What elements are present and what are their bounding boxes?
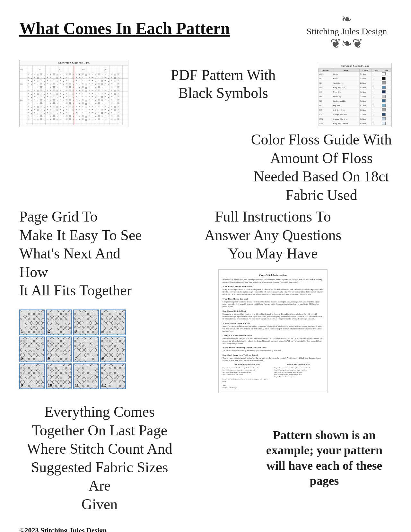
floss-number: 3750 xyxy=(319,112,332,117)
floss-row: 336 Navy Blue 3.2 Yds 1 xyxy=(319,90,391,94)
thumbnail-10: 10 xyxy=(46,363,72,389)
floss-length: 2.7 Yds xyxy=(359,112,372,117)
floss-length: 5.1 Yds xyxy=(359,72,372,76)
floss-skns: 1 xyxy=(372,76,381,81)
floss-color-cell xyxy=(381,90,391,94)
thumbnail-12: 12 xyxy=(100,363,126,389)
full-step-1: Step 1: Let your needle fall through the… xyxy=(274,367,323,369)
floss-guide-preview: Snowman Stained Glass Number Name Length… xyxy=(318,63,392,127)
floss-number: 310 xyxy=(319,76,332,81)
half-step-1: Step 1: Let your needle fall through the… xyxy=(223,367,272,369)
floss-length: 4.4 Yds xyxy=(359,121,372,126)
cross-stitch-svg: 50 60 70 80 90 10 20 xyxy=(20,65,128,125)
thumbnail-5: 5 xyxy=(19,336,45,362)
floss-name: Antique Blue V Lt xyxy=(332,117,359,121)
thumb-number-3: 3 xyxy=(75,329,77,334)
thumb-number-4: 4 xyxy=(102,329,104,334)
logo-ornament-top: ❧ xyxy=(302,13,392,26)
floss-number: 334 xyxy=(319,85,332,90)
floss-row: 318 Steel Gray Lt 2.3 Yds 1 xyxy=(319,81,391,85)
inst-para-7: There are many fantastic tutorials on Yo… xyxy=(223,357,323,362)
thumbnail-6: 6 xyxy=(46,336,72,362)
section-floss: Color Floss Guide With Amount Of Floss N… xyxy=(19,130,392,204)
cross-stitch-preview: Snowman Stained Glass xyxy=(19,60,128,127)
floss-skns: 1 xyxy=(372,85,381,90)
floss-row: 535 Ash Gray V Lt 1.9 Yds 1 xyxy=(319,108,391,112)
half-stitch-col: How To Do A ¼ (Half) Cross Stitch Step 1… xyxy=(223,363,272,382)
thumb-number-5: 5 xyxy=(21,356,23,361)
thumb-number-9: 9 xyxy=(21,383,23,388)
floss-label: Color Floss Guide With Amount Of Floss N… xyxy=(251,130,392,204)
floss-name: Pearl Gray xyxy=(332,94,359,99)
floss-number: 3752 xyxy=(319,117,332,121)
floss-row: 334 Baby Blue Med 4.5 Yds 1 xyxy=(319,85,391,90)
color-swatch xyxy=(382,122,386,125)
header: What Comes In Each Pattern ❧ Stitching J… xyxy=(19,13,392,50)
full-step-4: Step 4: Down through the lower-right hol… xyxy=(274,373,323,376)
thumb-number-12: 12 xyxy=(102,383,106,388)
half-step-3: Step 3: Go back through the bottom-left … xyxy=(223,371,272,373)
signature: JulesStitching Jules Design xyxy=(223,384,323,389)
floss-skns: 1 xyxy=(372,121,381,126)
inst-heading-7: How Can I Learn How To Cross Stitch? xyxy=(223,353,323,356)
color-swatch xyxy=(382,86,386,89)
inst-para-5: For monochrome (one color) patterns, you… xyxy=(223,337,323,345)
floss-length: 3.4 Yds xyxy=(359,76,372,81)
half-note: For a ¼ half stitch: you can also cut in… xyxy=(223,378,272,382)
svg-text:20: 20 xyxy=(20,99,23,101)
floss-length: 4.5 Yds xyxy=(359,85,372,90)
page-title: What Comes In Each Pattern xyxy=(19,19,230,38)
floss-color-cell xyxy=(381,99,391,103)
col-length: Length xyxy=(359,69,372,72)
floss-row: 3750 Antique Blue VD 2.7 Yds 1 xyxy=(319,112,391,117)
floss-name: Ash Gray V Lt xyxy=(332,108,359,112)
floss-table: Number Name Length Skns Color white Whit… xyxy=(318,69,391,126)
left-col: Page Grid To Make It Easy To See What's … xyxy=(19,207,148,389)
floss-skns: 1 xyxy=(372,72,381,76)
page: What Comes In Each Pattern ❧ Stitching J… xyxy=(0,0,411,532)
floss-color-cell xyxy=(381,72,391,76)
floss-color-cell xyxy=(381,103,391,108)
floss-color-cell xyxy=(381,112,391,117)
floss-skns: 1 xyxy=(372,117,381,121)
full-step-3: Step 3: Go back through the upper-left h… xyxy=(274,371,323,373)
floss-number: 3756 xyxy=(319,121,332,126)
thumbnail-4: 4 xyxy=(100,310,126,335)
thumbnail-7: 7 xyxy=(73,336,99,362)
floss-number: 535 xyxy=(319,108,332,112)
half-stitch-title: How To Do A ¼ (Half) Cross Stitch xyxy=(223,363,272,366)
full-stitch-title: How To Do A Full Cross Stitch xyxy=(274,363,323,366)
floss-name: Black xyxy=(332,76,359,81)
inst-para-2: I designed this pattern with DMC in mind… xyxy=(223,301,323,308)
color-swatch xyxy=(382,90,386,93)
inst-para-6: The classic way to start is finding the … xyxy=(223,350,323,352)
floss-color-cell xyxy=(381,121,391,126)
floss-length: 4.1 Yds xyxy=(359,103,372,108)
inst-para-3: If you prefer to stitch on fabric counts… xyxy=(223,313,323,320)
svg-text:90: 90 xyxy=(105,68,107,71)
floss-skns: 1 xyxy=(372,99,381,103)
floss-row: 415 Pearl Gray 2.8 Yds 1 xyxy=(319,94,391,99)
everything-label: Everything Comes Together On Last Page W… xyxy=(19,403,180,513)
full-step-5: Step 5: Move to the next square xyxy=(274,376,323,378)
logo-area: ❧ Stitching Jules Design ❦❧❦ xyxy=(302,13,392,50)
thumbnail-1: 1 xyxy=(19,310,45,335)
pattern-note: Pattern shown is an example; your patter… xyxy=(257,428,392,489)
floss-name: Steel Gray Lt xyxy=(332,81,359,85)
floss-name: White xyxy=(332,72,359,76)
floss-number: white xyxy=(319,72,332,76)
thumb-number-8: 8 xyxy=(102,356,104,361)
floss-number: 519 xyxy=(319,103,332,108)
floss-skns: 1 xyxy=(372,81,381,85)
thumbnail-2: 2 xyxy=(46,310,72,335)
floss-length: 5.6 Yds xyxy=(359,99,372,103)
floss-row: 3752 Antique Blue V Lt 3.3 Yds 1 xyxy=(319,117,391,121)
floss-color-cell xyxy=(381,108,391,112)
col-skns: Skns xyxy=(372,69,381,72)
thumbnail-8: 8 xyxy=(100,336,126,362)
floss-color-cell xyxy=(381,81,391,85)
col-color: Color xyxy=(381,69,391,72)
floss-number: 336 xyxy=(319,90,332,94)
inst-heading-6: Where Should I Start My Pattern On The F… xyxy=(223,346,323,349)
color-swatch xyxy=(382,117,386,120)
